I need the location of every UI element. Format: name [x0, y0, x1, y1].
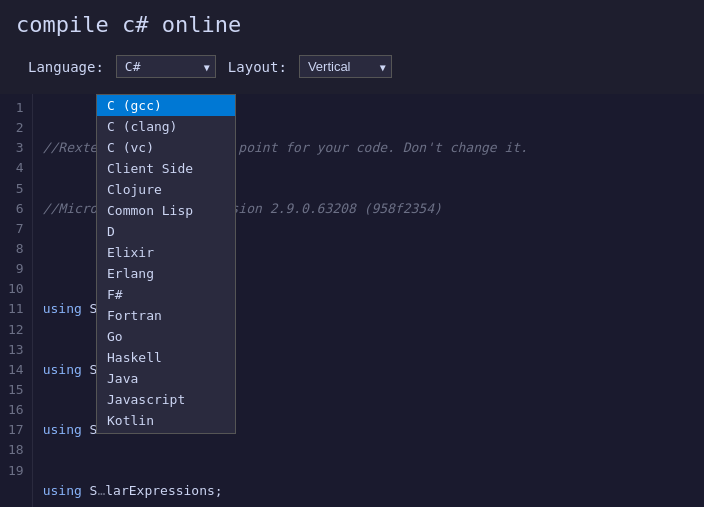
- layout-select[interactable]: Horizontal Vertical: [299, 55, 392, 78]
- dropdown-item-clojure[interactable]: Clojure: [97, 179, 235, 200]
- dropdown-item-java[interactable]: Java: [97, 368, 235, 389]
- code-line-7: using S…larExpressions;: [43, 481, 694, 501]
- editor-area: 1 2 3 4 5 6 7 8 9 10 11 12 13 14 15 16 1…: [0, 94, 704, 507]
- dropdown-item-c-vc[interactable]: C (vc): [97, 137, 235, 158]
- dropdown-item-client-side[interactable]: Client Side: [97, 158, 235, 179]
- page-header: compile c# online Language: ▼ Layout: Ho…: [0, 0, 704, 94]
- line-numbers: 1 2 3 4 5 6 7 8 9 10 11 12 13 14 15 16 1…: [0, 94, 33, 507]
- dropdown-item-common-lisp[interactable]: Common Lisp: [97, 200, 235, 221]
- dropdown-item-lua[interactable]: Lua: [97, 431, 235, 434]
- language-dropdown-container: C (gcc) C (clang) C (vc) Client Side Clo…: [96, 94, 236, 434]
- layout-label: Layout:: [228, 59, 287, 75]
- language-label: Language:: [28, 59, 104, 75]
- dropdown-item-erlang[interactable]: Erlang: [97, 263, 235, 284]
- dropdown-item-javascript[interactable]: Javascript: [97, 389, 235, 410]
- dropdown-item-kotlin[interactable]: Kotlin: [97, 410, 235, 431]
- dropdown-item-fortran[interactable]: Fortran: [97, 305, 235, 326]
- dropdown-item-elixir[interactable]: Elixir: [97, 242, 235, 263]
- layout-select-wrapper[interactable]: Horizontal Vertical ▼: [299, 55, 392, 78]
- toolbar: Language: ▼ Layout: Horizontal Vertical …: [16, 47, 688, 86]
- dropdown-item-c-gcc[interactable]: C (gcc): [97, 95, 235, 116]
- page-title: compile c# online: [16, 12, 688, 37]
- language-select[interactable]: [116, 55, 216, 78]
- dropdown-item-c-clang[interactable]: C (clang): [97, 116, 235, 137]
- dropdown-item-d[interactable]: D: [97, 221, 235, 242]
- language-select-wrapper[interactable]: ▼: [116, 55, 216, 78]
- dropdown-item-go[interactable]: Go: [97, 326, 235, 347]
- dropdown-item-haskell[interactable]: Haskell: [97, 347, 235, 368]
- dropdown-item-fsharp[interactable]: F#: [97, 284, 235, 305]
- language-dropdown[interactable]: C (gcc) C (clang) C (vc) Client Side Clo…: [96, 94, 236, 434]
